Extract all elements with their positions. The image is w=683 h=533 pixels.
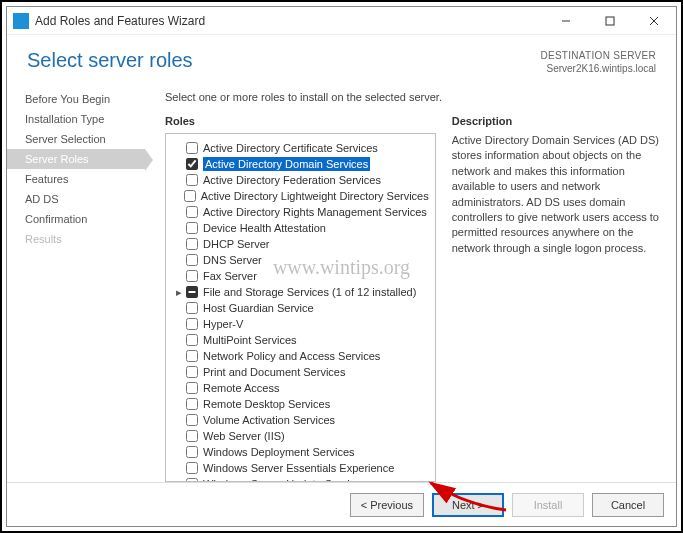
role-label: File and Storage Services (1 of 12 insta… <box>203 285 416 299</box>
role-item[interactable]: Host Guardian Service <box>170 300 431 316</box>
role-checkbox[interactable] <box>186 446 198 458</box>
role-label: Active Directory Certificate Services <box>203 141 378 155</box>
role-label: Remote Desktop Services <box>203 397 330 411</box>
role-item[interactable]: Hyper-V <box>170 316 431 332</box>
role-item[interactable]: MultiPoint Services <box>170 332 431 348</box>
svg-rect-1 <box>606 17 614 25</box>
role-checkbox[interactable] <box>186 206 198 218</box>
role-checkbox[interactable] <box>186 350 198 362</box>
role-checkbox[interactable] <box>186 462 198 474</box>
role-label: Device Health Attestation <box>203 221 326 235</box>
role-checkbox[interactable] <box>186 398 198 410</box>
nav-step[interactable]: AD DS <box>7 189 145 209</box>
wizard-window: Add Roles and Features Wizard Select ser… <box>6 6 677 527</box>
wizard-header: Select server roles DESTINATION SERVER S… <box>7 35 676 81</box>
role-label: Active Directory Domain Services <box>203 157 370 171</box>
role-item[interactable]: Fax Server <box>170 268 431 284</box>
role-label: Active Directory Federation Services <box>203 173 381 187</box>
nav-step[interactable]: Server Selection <box>7 129 145 149</box>
role-item[interactable]: Active Directory Federation Services <box>170 172 431 188</box>
role-checkbox[interactable] <box>186 318 198 330</box>
destination-block: DESTINATION SERVER Server2K16.wintips.lo… <box>540 49 656 75</box>
close-button[interactable] <box>632 7 676 35</box>
role-checkbox[interactable] <box>186 430 198 442</box>
role-label: Hyper-V <box>203 317 243 331</box>
app-icon <box>13 13 29 29</box>
role-label: Windows Deployment Services <box>203 445 355 459</box>
maximize-button[interactable] <box>588 7 632 35</box>
nav-step[interactable]: Confirmation <box>7 209 145 229</box>
roles-listbox[interactable]: Active Directory Certificate ServicesAct… <box>165 133 436 482</box>
role-label: Active Directory Rights Management Servi… <box>203 205 427 219</box>
role-item[interactable]: Web Server (IIS) <box>170 428 431 444</box>
role-checkbox[interactable] <box>186 270 198 282</box>
role-checkbox[interactable] <box>186 222 198 234</box>
role-checkbox[interactable] <box>186 382 198 394</box>
role-label: Active Directory Lightweight Directory S… <box>201 189 429 203</box>
role-item[interactable]: Active Directory Lightweight Directory S… <box>170 188 431 204</box>
role-item[interactable]: ▸File and Storage Services (1 of 12 inst… <box>170 284 431 300</box>
role-label: Web Server (IIS) <box>203 429 285 443</box>
role-item[interactable]: Active Directory Rights Management Servi… <box>170 204 431 220</box>
role-item[interactable]: Network Policy and Access Services <box>170 348 431 364</box>
role-item[interactable]: DHCP Server <box>170 236 431 252</box>
nav-step[interactable]: Installation Type <box>7 109 145 129</box>
role-checkbox[interactable] <box>186 366 198 378</box>
description-label: Description <box>452 115 660 127</box>
role-item[interactable]: Active Directory Domain Services <box>170 156 431 172</box>
minimize-button[interactable] <box>544 7 588 35</box>
nav-step[interactable]: Features <box>7 169 145 189</box>
expander-icon[interactable]: ▸ <box>174 285 184 299</box>
wizard-nav: Before You BeginInstallation TypeServer … <box>7 81 145 482</box>
title-bar: Add Roles and Features Wizard <box>7 7 676 35</box>
destination-label: DESTINATION SERVER <box>540 49 656 62</box>
role-label: Host Guardian Service <box>203 301 314 315</box>
role-item[interactable]: Device Health Attestation <box>170 220 431 236</box>
role-checkbox[interactable] <box>186 302 198 314</box>
role-label: Print and Document Services <box>203 365 345 379</box>
role-item[interactable]: Print and Document Services <box>170 364 431 380</box>
role-checkbox[interactable] <box>186 414 198 426</box>
nav-step: Results <box>7 229 145 249</box>
role-checkbox[interactable] <box>186 286 198 298</box>
role-item[interactable]: Remote Desktop Services <box>170 396 431 412</box>
role-checkbox[interactable] <box>184 190 196 202</box>
role-checkbox[interactable] <box>186 142 198 154</box>
role-item[interactable]: Windows Deployment Services <box>170 444 431 460</box>
destination-server: Server2K16.wintips.local <box>540 62 656 75</box>
role-label: Fax Server <box>203 269 257 283</box>
role-label: DHCP Server <box>203 237 269 251</box>
instruction-text: Select one or more roles to install on t… <box>165 91 660 103</box>
role-checkbox[interactable] <box>186 174 198 186</box>
role-checkbox[interactable] <box>186 254 198 266</box>
role-item[interactable]: Active Directory Certificate Services <box>170 140 431 156</box>
previous-button[interactable]: < Previous <box>350 493 424 517</box>
role-item[interactable]: Volume Activation Services <box>170 412 431 428</box>
roles-label: Roles <box>165 115 436 127</box>
role-label: Network Policy and Access Services <box>203 349 380 363</box>
next-button[interactable]: Next > <box>432 493 504 517</box>
role-item[interactable]: Remote Access <box>170 380 431 396</box>
role-checkbox[interactable] <box>186 334 198 346</box>
install-button[interactable]: Install <box>512 493 584 517</box>
description-text: Active Directory Domain Services (AD DS)… <box>452 133 660 256</box>
nav-step[interactable]: Server Roles <box>7 149 145 169</box>
role-label: DNS Server <box>203 253 262 267</box>
role-item[interactable]: DNS Server <box>170 252 431 268</box>
role-label: Windows Server Essentials Experience <box>203 461 394 475</box>
role-label: Volume Activation Services <box>203 413 335 427</box>
role-checkbox[interactable] <box>186 238 198 250</box>
window-title: Add Roles and Features Wizard <box>35 14 544 28</box>
role-checkbox[interactable] <box>186 158 198 170</box>
role-label: MultiPoint Services <box>203 333 297 347</box>
nav-step[interactable]: Before You Begin <box>7 89 145 109</box>
page-title: Select server roles <box>27 49 540 72</box>
role-item[interactable]: Windows Server Essentials Experience <box>170 460 431 476</box>
cancel-button[interactable]: Cancel <box>592 493 664 517</box>
role-label: Remote Access <box>203 381 279 395</box>
wizard-footer: < Previous Next > Install Cancel <box>7 482 676 526</box>
